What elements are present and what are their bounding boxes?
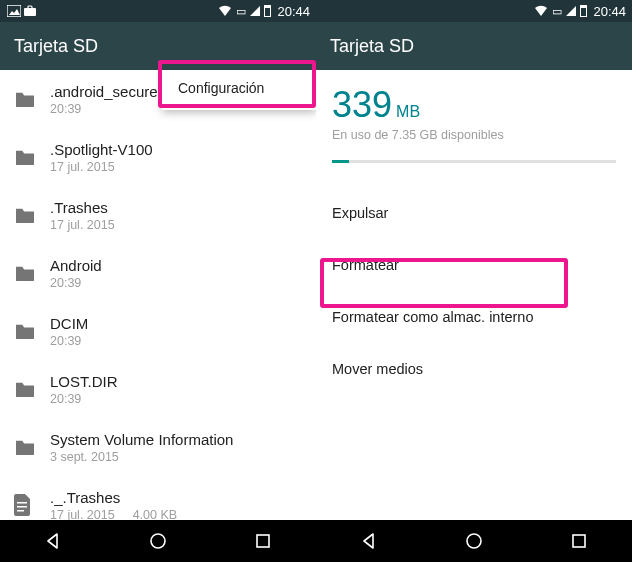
item-name: LOST.DIR xyxy=(50,373,118,390)
svg-point-6 xyxy=(151,534,165,548)
item-sub: 17 jul. 2015 xyxy=(50,160,115,174)
no-sim-icon: ▭ xyxy=(552,5,562,18)
item-name: Android xyxy=(50,257,102,274)
app-bar: Tarjeta SD xyxy=(0,22,316,70)
status-bar: ▭ 20:44 xyxy=(0,0,316,22)
no-sim-icon: ▭ xyxy=(236,5,246,18)
svg-rect-5 xyxy=(17,510,24,512)
storage-settings: 339MB En uso de 7.35 GB disponibles Expu… xyxy=(316,70,632,520)
folder-icon xyxy=(14,438,50,456)
file-icon xyxy=(14,494,50,516)
battery-icon xyxy=(264,5,271,17)
app-bar: Tarjeta SD xyxy=(316,22,632,70)
item-sub: 20:39 xyxy=(50,276,81,290)
folder-icon xyxy=(14,264,50,282)
storage-progress-fill xyxy=(332,160,349,163)
folder-icon xyxy=(14,322,50,340)
item-name: ._.Trashes xyxy=(50,489,177,506)
overflow-menu: Vista de cuadrícula Configuración xyxy=(162,70,316,110)
storage-header: 339MB En uso de 7.35 GB disponibles xyxy=(316,70,632,150)
item-sub: 17 jul. 2015 xyxy=(50,218,115,232)
right-phone: ▭ 20:44 Tarjeta SD 339MB En uso de 7.35 … xyxy=(316,0,632,562)
option-move-media[interactable]: Mover medios xyxy=(316,343,632,395)
nav-bar xyxy=(0,520,316,562)
item-name: DCIM xyxy=(50,315,88,332)
item-sub: 3 sept. 2015 xyxy=(50,450,119,464)
option-format[interactable]: Formatear xyxy=(316,239,632,291)
item-sub: 20:39 xyxy=(50,334,81,348)
folder-icon xyxy=(14,90,50,108)
storage-subtitle: En uso de 7.35 GB disponibles xyxy=(332,128,616,142)
nav-recent-button[interactable] xyxy=(252,530,274,552)
svg-rect-7 xyxy=(257,535,269,547)
list-item[interactable]: Android 20:39 xyxy=(0,244,316,302)
item-sub: 20:39 xyxy=(50,102,81,116)
left-phone: ▭ 20:44 Tarjeta SD .android_secure 20:39… xyxy=(0,0,316,562)
list-item[interactable]: System Volume Information 3 sept. 2015 xyxy=(0,418,316,476)
folder-icon xyxy=(14,206,50,224)
app-title: Tarjeta SD xyxy=(14,36,98,57)
item-sub: 17 jul. 2015 xyxy=(50,508,115,521)
list-item[interactable]: ._.Trashes 17 jul. 2015 4.00 KB xyxy=(0,476,316,520)
item-sub: 20:39 xyxy=(50,392,81,406)
storage-progress-bar xyxy=(332,160,616,163)
svg-rect-0 xyxy=(7,5,21,17)
option-eject[interactable]: Expulsar xyxy=(316,187,632,239)
svg-rect-9 xyxy=(573,535,585,547)
svg-rect-4 xyxy=(17,506,27,508)
item-size: 4.00 KB xyxy=(133,508,177,521)
nav-back-button[interactable] xyxy=(42,530,64,552)
svg-rect-3 xyxy=(17,502,27,504)
storage-used-unit: MB xyxy=(396,103,420,120)
folder-icon xyxy=(14,148,50,166)
svg-point-8 xyxy=(467,534,481,548)
wifi-icon xyxy=(534,5,548,17)
clock-text: 20:44 xyxy=(277,4,310,19)
list-item[interactable]: .Trashes 17 jul. 2015 xyxy=(0,186,316,244)
item-name: .Spotlight-V100 xyxy=(50,141,153,158)
briefcase-icon xyxy=(22,5,38,17)
list-item[interactable]: DCIM 20:39 xyxy=(0,302,316,360)
nav-home-button[interactable] xyxy=(147,530,169,552)
item-name: .Trashes xyxy=(50,199,115,216)
menu-item-settings[interactable]: Configuración xyxy=(162,70,316,110)
option-format-internal[interactable]: Formatear como almac. interno xyxy=(316,291,632,343)
nav-back-button[interactable] xyxy=(358,530,380,552)
status-icons: ▭ 20:44 xyxy=(218,4,310,19)
list-item[interactable]: .Spotlight-V100 17 jul. 2015 xyxy=(0,128,316,186)
nav-recent-button[interactable] xyxy=(568,530,590,552)
nav-home-button[interactable] xyxy=(463,530,485,552)
file-list: .android_secure 20:39 .Spotlight-V100 17… xyxy=(0,70,316,520)
battery-icon xyxy=(580,5,587,17)
list-item[interactable]: LOST.DIR 20:39 xyxy=(0,360,316,418)
image-icon xyxy=(6,5,22,17)
item-name: .android_secure xyxy=(50,83,158,100)
status-icons: ▭ 20:44 xyxy=(534,4,626,19)
clock-text: 20:44 xyxy=(593,4,626,19)
nav-bar xyxy=(316,520,632,562)
status-bar: ▭ 20:44 xyxy=(316,0,632,22)
storage-used-value: 339 xyxy=(332,84,392,125)
wifi-icon xyxy=(218,5,232,17)
app-title: Tarjeta SD xyxy=(330,36,414,57)
svg-rect-2 xyxy=(28,6,32,9)
signal-icon xyxy=(566,6,576,16)
folder-icon xyxy=(14,380,50,398)
item-name: System Volume Information xyxy=(50,431,233,448)
signal-icon xyxy=(250,6,260,16)
